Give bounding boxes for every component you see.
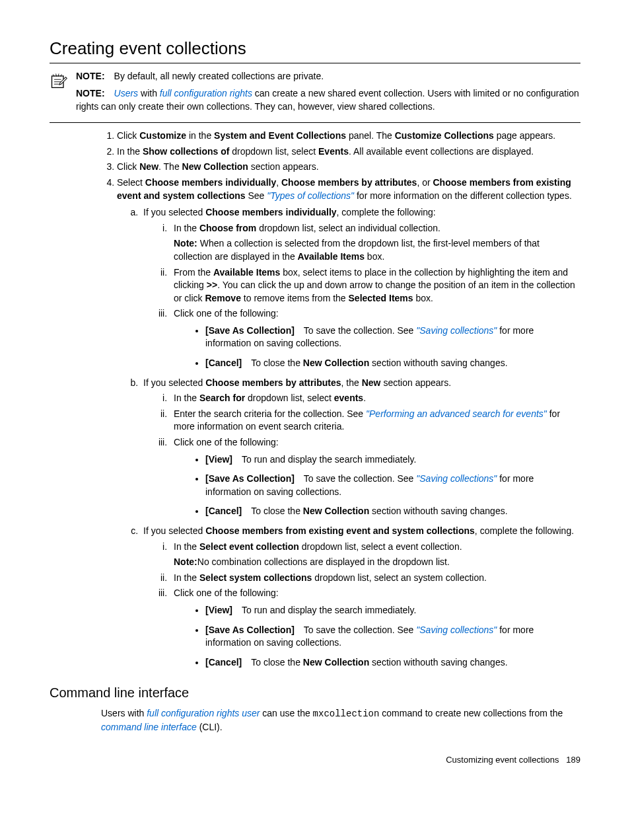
bullet-save: [Save As Collection]To save the collecti… [205,624,580,650]
bullet-save: [Save As Collection]To save the collecti… [205,325,580,350]
step-4c-ii: In the Select system collections dropdow… [170,572,580,585]
step-4: Select Choose members individually, Choo… [117,176,580,669]
note-block: NOTE:By default, all newly created colle… [50,70,580,123]
main-steps: Click Customize in the System and Event … [101,130,580,669]
step-4a-ii: From the Available Items box, select ite… [170,266,580,305]
link-saving-collections[interactable]: "Saving collections" [416,473,497,484]
note-content: NOTE:By default, all newly created colle… [76,70,580,117]
link-saving-collections[interactable]: "Saving collections" [416,625,497,635]
step-4c-i: In the Select event collection dropdown … [170,541,580,569]
step-4c-iii: Click one of the following: [View]To run… [170,587,580,669]
bullet-view: [View]To run and display the search imme… [205,604,580,617]
bullet-save: [Save As Collection]To save the collecti… [205,473,580,498]
page-footer: Customizing event collections 189 [50,754,580,766]
cli-heading: Command line interface [50,683,580,702]
bullet-cancel: [Cancel]To close the New Collection sect… [205,357,580,370]
step-4b-iii: Click one of the following: [View]To run… [170,436,580,518]
step-4a-i: In the Choose from dropdown list, select… [170,222,580,264]
step-4b-i: In the Search for dropdown list, select … [170,392,580,405]
bullet-cancel: [Cancel]To close the New Collection sect… [205,505,580,518]
step-4a-iii: Click one of the following: [Save As Col… [170,307,580,369]
page-title: Creating event collections [50,36,580,63]
link-advanced-search[interactable]: "Performing an advanced search for event… [366,408,547,419]
note-icon [50,71,69,94]
bullet-view: [View]To run and display the search imme… [205,453,580,467]
link-full-config-user[interactable]: full configuration rights user [147,708,260,718]
link-users[interactable]: Users [114,88,139,98]
bullet-cancel: [Cancel]To close the New Collection sect… [205,656,580,669]
step-1: Click Customize in the System and Event … [117,130,580,143]
step-2: In the Show collections of dropdown list… [117,145,580,159]
step-4b-ii: Enter the search criteria for the collec… [170,408,580,434]
link-cli[interactable]: command line interface [101,722,197,732]
step-4c: If you selected Choose members from exis… [141,525,580,669]
cli-paragraph: Users with full configuration rights use… [101,707,580,734]
link-saving-collections[interactable]: "Saving collections" [416,325,497,336]
step-4b: If you selected Choose members by attrib… [141,377,580,518]
link-full-config-rights[interactable]: full configuration rights [160,88,252,98]
step-4a: If you selected Choose members individua… [141,206,580,370]
link-types-of-collections[interactable]: "Types of collections" [267,190,354,201]
step-3: Click New. The New Collection section ap… [117,161,580,174]
